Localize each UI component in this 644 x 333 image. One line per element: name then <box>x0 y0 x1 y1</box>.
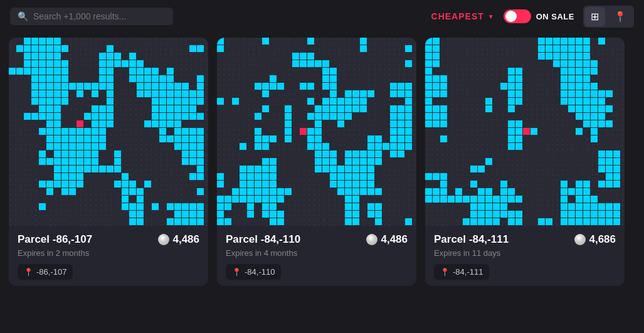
mana-icon <box>366 234 377 245</box>
chevron-down-icon: ▼ <box>488 13 495 20</box>
card-coord-tag[interactable]: 📍 -86,-107 <box>18 264 73 280</box>
mana-icon <box>574 234 586 245</box>
header-right: CHEAPEST ▼ ON SALE ⊞ 📍 <box>431 6 634 28</box>
card-map <box>425 38 625 226</box>
app-header: 🔍 CHEAPEST ▼ ON SALE ⊞ 📍 <box>0 0 644 33</box>
card-3[interactable]: Parcel -84,-111 4,686 Expires in 11 days… <box>425 38 625 286</box>
map-canvas-2 <box>217 38 416 226</box>
sort-label: CHEAPEST <box>431 11 484 21</box>
cards-grid: Parcel -86,-107 4,486 Expires in 2 month… <box>0 33 644 291</box>
card-map <box>9 38 208 226</box>
on-sale-toggle[interactable] <box>504 9 531 23</box>
pin-icon: 📍 <box>440 268 450 277</box>
search-icon: 🔍 <box>18 11 28 21</box>
map-canvas-3 <box>425 38 625 226</box>
grid-view-button[interactable]: ⊞ <box>584 7 605 26</box>
card-expires: Expires in 4 months <box>226 248 408 258</box>
card-title-row: Parcel -84,-111 4,686 <box>434 233 616 246</box>
card-expires: Expires in 11 days <box>434 248 616 258</box>
card-coords: -84,-110 <box>245 267 275 277</box>
card-info: Parcel -86,-107 4,486 Expires in 2 month… <box>9 226 208 286</box>
pin-icon: 📍 <box>232 268 241 277</box>
card-title: Parcel -86,-107 <box>18 233 92 246</box>
pin-icon: 📍 <box>24 268 33 277</box>
on-sale-label: ON SALE <box>536 12 574 21</box>
mana-icon <box>158 234 169 245</box>
card-2[interactable]: Parcel -84,-110 4,486 Expires in 4 month… <box>217 38 416 286</box>
card-title-row: Parcel -84,-110 4,486 <box>226 233 408 246</box>
card-price: 4,486 <box>366 233 408 246</box>
card-price: 4,486 <box>158 233 199 246</box>
card-map <box>217 38 416 226</box>
card-coords: -84,-111 <box>453 267 483 277</box>
map-canvas-1 <box>9 38 208 226</box>
search-container: 🔍 <box>10 8 173 25</box>
card-title-row: Parcel -86,-107 4,486 <box>18 233 199 246</box>
card-info: Parcel -84,-111 4,686 Expires in 11 days… <box>425 226 625 286</box>
card-coord-tag[interactable]: 📍 -84,-111 <box>434 264 489 280</box>
map-view-button[interactable]: 📍 <box>608 7 633 26</box>
card-price: 4,686 <box>574 233 616 246</box>
toggle-container: ON SALE <box>504 9 574 23</box>
grid-icon: ⊞ <box>591 11 599 23</box>
sort-button[interactable]: CHEAPEST ▼ <box>431 11 495 21</box>
card-coords: -86,-107 <box>36 267 66 277</box>
location-icon: 📍 <box>614 11 626 23</box>
card-title: Parcel -84,-111 <box>434 233 509 246</box>
view-toggle-group: ⊞ 📍 <box>583 6 634 28</box>
card-coord-tag[interactable]: 📍 -84,-110 <box>226 264 281 280</box>
card-title: Parcel -84,-110 <box>226 233 300 246</box>
card-info: Parcel -84,-110 4,486 Expires in 4 month… <box>217 226 416 286</box>
card-1[interactable]: Parcel -86,-107 4,486 Expires in 2 month… <box>9 38 208 286</box>
card-expires: Expires in 2 months <box>18 248 199 258</box>
search-input[interactable] <box>33 11 166 21</box>
